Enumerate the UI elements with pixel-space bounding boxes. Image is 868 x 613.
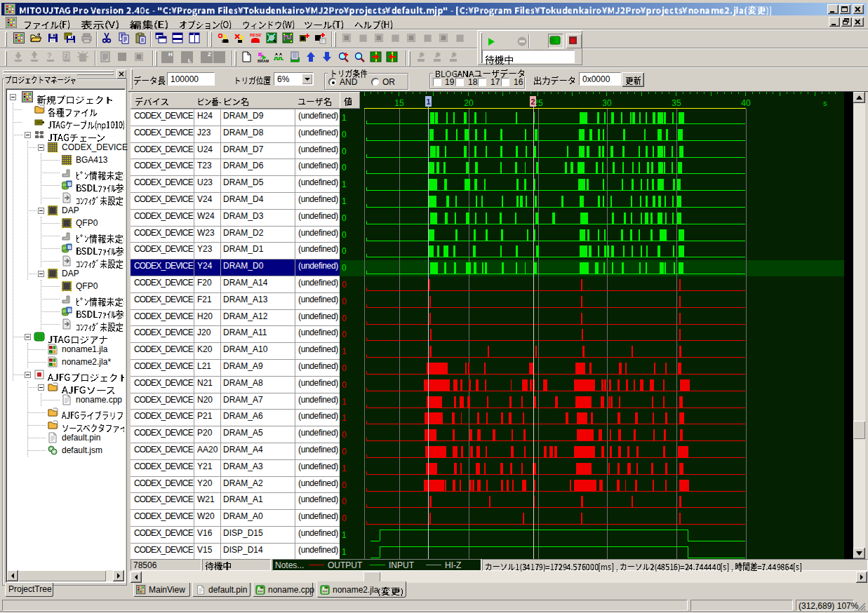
svg-text:L: L <box>188 58 192 64</box>
svg-text:30: 30 <box>602 98 612 108</box>
svg-text:1: 1 <box>342 113 347 123</box>
svg-text:B: B <box>68 182 72 187</box>
svg-text:1: 1 <box>342 346 347 356</box>
svg-text:B: B <box>68 308 72 313</box>
svg-text:0: 0 <box>342 147 347 156</box>
svg-text:s: s <box>823 99 827 107</box>
svg-text:2: 2 <box>530 97 535 106</box>
svg-text:20: 20 <box>464 98 474 108</box>
svg-text:2: 2 <box>65 53 68 59</box>
svg-text:0: 0 <box>342 297 347 306</box>
svg-text:0: 0 <box>342 430 347 440</box>
svg-text:35: 35 <box>672 98 681 108</box>
svg-text:?: ? <box>47 51 52 60</box>
svg-text:0: 0 <box>342 280 347 290</box>
svg-text:0: 0 <box>342 330 347 339</box>
svg-text:RESET: RESET <box>250 33 262 37</box>
svg-text:0: 0 <box>342 130 347 140</box>
svg-text:1: 1 <box>342 547 347 557</box>
svg-text:1: 1 <box>342 464 347 473</box>
svg-text:0: 0 <box>342 480 347 490</box>
svg-text:0: 0 <box>342 163 347 173</box>
svg-text:1: 1 <box>342 180 347 189</box>
svg-text:0: 0 <box>342 230 347 240</box>
svg-text:0: 0 <box>342 380 347 390</box>
svg-text:1: 1 <box>342 530 347 540</box>
svg-text:1: 1 <box>342 397 347 407</box>
svg-text:40: 40 <box>741 98 751 108</box>
svg-text:0: 0 <box>342 513 347 523</box>
svg-text:1: 1 <box>342 196 347 206</box>
svg-text:0: 0 <box>342 447 347 457</box>
svg-text:Z: Z <box>208 51 211 58</box>
svg-text:0: 0 <box>342 263 347 273</box>
svg-text:0: 0 <box>342 314 347 323</box>
svg-text:0: 0 <box>342 497 347 506</box>
svg-text:1: 1 <box>342 413 347 423</box>
svg-text:0: 0 <box>342 363 347 373</box>
svg-text:0: 0 <box>342 213 347 223</box>
svg-text:B: B <box>68 245 72 250</box>
svg-text:1: 1 <box>426 97 430 106</box>
svg-text:15: 15 <box>394 98 404 108</box>
svg-text:H: H <box>168 51 173 58</box>
svg-text:BRAM: BRAM <box>258 59 269 63</box>
svg-text:0: 0 <box>342 246 347 256</box>
